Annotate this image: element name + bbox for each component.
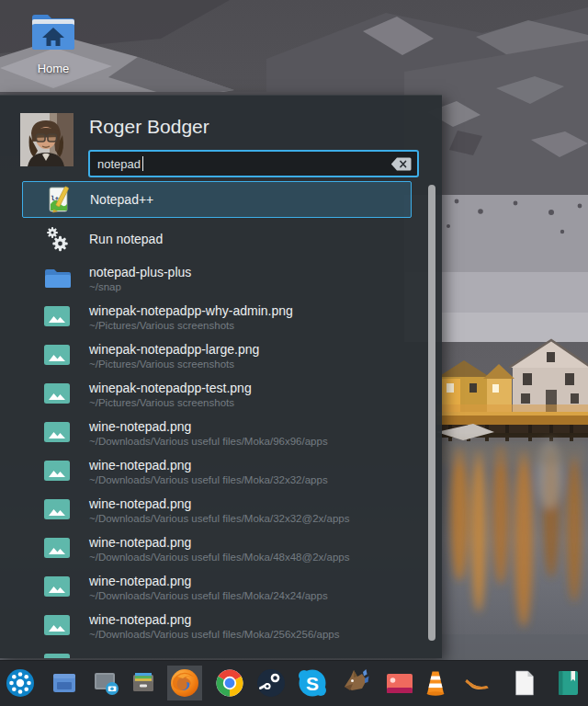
result-title: winepak-notepadpp-why-admin.png — [89, 303, 293, 319]
blue-folder-icon — [42, 263, 72, 292]
image-file-icon — [42, 456, 72, 485]
taskbar-wolf-app-button[interactable] — [338, 666, 373, 700]
user-avatar[interactable] — [20, 113, 74, 166]
taskbar-screenshot-button[interactable] — [88, 666, 123, 700]
result-row-run-notepad[interactable]: Run notepad — [0, 220, 442, 258]
result-title: Notepad++ — [90, 192, 153, 208]
taskbar-card-app-button[interactable] — [382, 666, 417, 700]
result-row-clipped[interactable]: wine-notepad.png — [0, 644, 442, 658]
result-subtitle: ~/Downloads/Various useful files/Moka/24… — [89, 589, 328, 602]
kubuntu-launcher-icon — [3, 666, 38, 700]
image-file-icon — [42, 495, 72, 524]
result-row[interactable]: winepak-notepadpp-test.png ~/Pictures/Va… — [0, 374, 442, 413]
wolf-head-icon — [338, 666, 373, 700]
image-file-icon — [42, 572, 72, 601]
result-title: wine-notepad.png — [89, 419, 328, 435]
taskbar-steam-button[interactable] — [254, 666, 288, 700]
result-title: wine-notepad.png — [89, 612, 339, 628]
result-subtitle: ~/snap — [89, 280, 191, 293]
result-subtitle: ~/Pictures/Various screenshots — [89, 358, 259, 370]
search-results-list: Notepad++ Run notepad notepad-plus-plus … — [0, 181, 442, 658]
taskbar-book-app-button[interactable] — [550, 666, 585, 700]
result-row[interactable]: winepak-notepadpp-why-admin.png ~/Pictur… — [0, 297, 442, 336]
orange-crescent-icon — [459, 666, 494, 700]
result-row[interactable]: wine-notepad.png ~/Downloads/Various use… — [0, 529, 442, 567]
image-file-icon — [42, 533, 72, 563]
scrollbar-thumb[interactable] — [428, 185, 435, 641]
skype-icon: S — [295, 666, 330, 700]
firefox-icon — [167, 666, 202, 700]
taskbar-document-button[interactable] — [506, 666, 541, 700]
taskbar: S — [0, 660, 588, 706]
result-subtitle: ~/Downloads/Various useful files/Moka/96… — [89, 435, 328, 448]
pink-card-icon — [382, 666, 417, 700]
svg-text:S: S — [306, 673, 319, 694]
chrome-icon — [212, 666, 247, 700]
result-title: wine-notepad.png — [89, 574, 328, 589]
image-file-icon — [42, 417, 72, 447]
notepad-plus-plus-app-icon — [43, 185, 73, 214]
result-subtitle: ~/Downloads/Various useful files/Moka/32… — [89, 473, 328, 486]
search-field — [88, 150, 419, 177]
taskbar-chrome-button[interactable] — [212, 666, 247, 700]
backspace-clear-icon[interactable] — [390, 157, 412, 171]
result-title: winepak-notepadpp-large.png — [89, 342, 259, 358]
application-launcher-menu: Roger Bodger Notepad++ Run notepad — [0, 95, 442, 658]
result-subtitle: ~/Pictures/Various screenshots — [89, 396, 252, 409]
result-title: wine-notepad.png — [89, 657, 191, 658]
taskbar-crescent-app-button[interactable] — [459, 666, 494, 700]
search-input[interactable] — [90, 152, 417, 176]
text-caret — [142, 156, 143, 171]
result-subtitle: ~/Downloads/Various useful files/Moka/25… — [89, 628, 339, 641]
blue-window-icon — [47, 666, 82, 700]
result-title: notepad-plus-plus — [89, 265, 191, 280]
result-row[interactable]: wine-notepad.png ~/Downloads/Various use… — [0, 606, 442, 644]
result-title: winepak-notepadpp-test.png — [89, 381, 252, 396]
desktop-home-shortcut[interactable]: Home — [18, 7, 88, 75]
screenshot-camera-icon — [88, 666, 123, 700]
taskbar-window-manager-button[interactable] — [47, 666, 82, 700]
result-title: wine-notepad.png — [89, 458, 328, 473]
image-file-icon — [42, 340, 72, 370]
result-row[interactable]: wine-notepad.png ~/Downloads/Various use… — [0, 567, 442, 606]
home-folder-icon — [28, 7, 78, 61]
steam-icon — [254, 666, 288, 700]
document-icon — [506, 666, 541, 700]
user-name: Roger Bodger — [89, 116, 209, 138]
image-file-icon — [42, 610, 72, 640]
result-row-notepadpp[interactable]: Notepad++ — [22, 181, 412, 218]
result-subtitle: ~/Downloads/Various useful files/Moka/48… — [89, 551, 349, 564]
desktop: l++ — [0, 0, 588, 706]
image-file-icon — [42, 649, 72, 658]
image-file-icon — [42, 302, 72, 331]
taskbar-file-manager-button[interactable] — [126, 666, 161, 700]
vlc-cone-icon — [418, 666, 453, 700]
result-subtitle: ~/Pictures/Various screenshots — [89, 319, 293, 332]
result-title: Run notepad — [89, 232, 163, 247]
result-subtitle: ~/Downloads/Various useful files/Moka/32… — [89, 512, 349, 525]
taskbar-vlc-button[interactable] — [418, 666, 453, 700]
taskbar-skype-button[interactable]: S — [295, 666, 330, 700]
teal-book-icon — [550, 666, 585, 700]
file-drawer-icon — [126, 666, 161, 700]
result-row[interactable]: wine-notepad.png ~/Downloads/Various use… — [0, 451, 442, 490]
result-row[interactable]: wine-notepad.png ~/Downloads/Various use… — [0, 490, 442, 529]
result-row[interactable]: notepad-plus-plus ~/snap — [0, 258, 442, 297]
result-title: wine-notepad.png — [89, 496, 349, 512]
taskbar-kubuntu-launcher-button[interactable] — [3, 666, 38, 700]
desktop-icon-label: Home — [18, 62, 88, 75]
result-title: wine-notepad.png — [89, 535, 349, 551]
taskbar-firefox-button[interactable] — [167, 666, 202, 700]
gears-command-icon — [42, 224, 72, 254]
result-row[interactable]: wine-notepad.png ~/Downloads/Various use… — [0, 413, 442, 451]
image-file-icon — [42, 379, 72, 408]
result-row[interactable]: winepak-notepadpp-large.png ~/Pictures/V… — [0, 336, 442, 374]
